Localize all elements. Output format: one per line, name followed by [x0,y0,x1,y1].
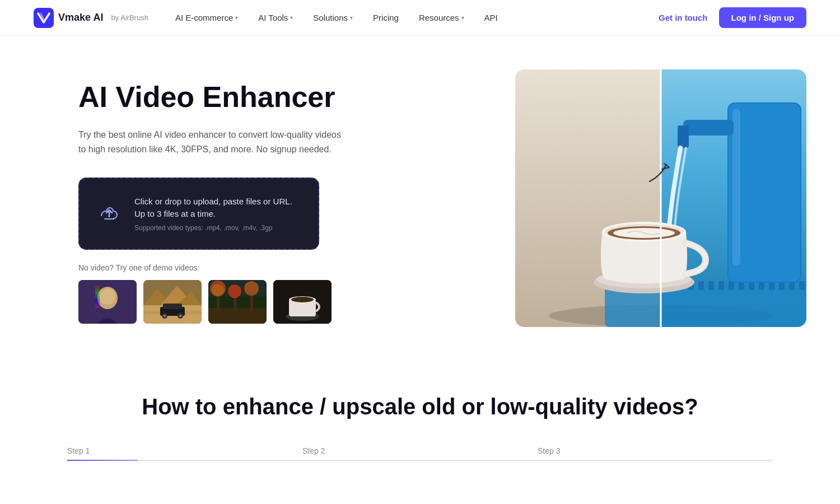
demo-thumb-3-image [208,280,267,324]
demo-thumb-4-image [273,280,332,324]
nav-actions: Get in touch Log in / Sign up [659,7,806,28]
how-section: How to enhance / upscale old or low-qual… [0,361,840,483]
demo-thumb-2-image [143,280,202,324]
svg-point-32 [291,297,314,302]
nav-resources[interactable]: Resources ▾ [419,13,464,22]
hero-title: AI Video Enhancer [78,81,392,114]
upload-text-area: Click or drop to upload, paste files or … [134,195,302,232]
svg-rect-62 [683,120,734,136]
demo-thumbnails [78,280,392,324]
upload-dropzone[interactable]: Click or drop to upload, paste files or … [78,178,319,250]
nav-ai-ecommerce[interactable]: AI E-commerce ▾ [175,13,238,22]
svg-rect-63 [678,125,689,148]
nav-pricing[interactable]: Pricing [373,13,399,22]
hero-right [392,69,806,327]
step-2: Step 2 [302,446,538,461]
step-3-label: Step 3 [538,446,773,455]
svg-rect-13 [163,304,182,309]
svg-point-16 [164,315,166,317]
svg-point-17 [179,315,181,317]
svg-rect-58 [799,281,805,290]
get-in-touch-button[interactable]: Get in touch [659,13,708,22]
logo-by: by AirBrush [111,13,148,22]
hero-split-image [515,69,806,327]
step-3: Step 3 [538,446,773,461]
nav-ai-tools[interactable]: AI Tools ▾ [258,13,293,22]
svg-rect-49 [708,281,714,290]
svg-rect-61 [732,109,740,265]
demo-thumb-1[interactable] [78,280,137,324]
how-title: How to enhance / upscale old or low-qual… [34,394,806,419]
svg-rect-27 [208,280,267,297]
step-3-line [538,460,773,461]
navbar: Vmake AI by AirBrush AI E-commerce ▾ AI … [0,0,840,36]
chevron-down-icon: ▾ [290,15,293,21]
hero-section: AI Video Enhancer Try the best online AI… [0,36,840,361]
login-signup-button[interactable]: Log in / Sign up [719,7,806,28]
demo-thumb-4[interactable] [273,280,332,324]
logo-link[interactable]: Vmake AI by AirBrush [34,8,148,28]
nav-api[interactable]: API [484,13,498,22]
nav-solutions[interactable]: Solutions ▾ [313,13,353,22]
step-1: Step 1 [67,446,302,461]
demo-thumb-3[interactable] [208,280,267,324]
demo-label: No video? Try one of demo videos: [78,263,392,272]
steps-row: Step 1 Step 2 Step 3 [34,446,806,461]
chevron-down-icon: ▾ [461,15,464,21]
chevron-down-icon: ▾ [235,15,238,21]
svg-rect-48 [698,281,704,290]
svg-rect-50 [718,281,724,290]
hero-image [515,69,806,327]
hero-subtitle: Try the best online AI video enhancer to… [78,128,347,157]
upload-icon-wrap [95,199,123,227]
step-1-line [67,460,302,461]
nav-links: AI E-commerce ▾ AI Tools ▾ Solutions ▾ P… [175,13,659,22]
step-2-label: Step 2 [302,446,538,455]
upload-icon [97,201,122,226]
step-2-line [302,460,538,461]
step-1-label: Step 1 [67,446,302,455]
demo-thumb-1-image [78,280,137,324]
upload-sub-text: Supported video types: .mp4, .mov, .m4v,… [134,224,302,232]
svg-point-4 [100,289,115,305]
logo-text: Vmake AI [58,12,103,24]
chevron-down-icon: ▾ [350,15,353,21]
demo-thumb-2[interactable] [143,280,202,324]
upload-main-text: Click or drop to upload, paste files or … [134,195,302,221]
hero-left: AI Video Enhancer Try the best online AI… [78,69,392,324]
vmake-logo-icon [34,8,54,28]
step-1-progress [67,460,138,461]
svg-rect-5 [95,286,100,308]
